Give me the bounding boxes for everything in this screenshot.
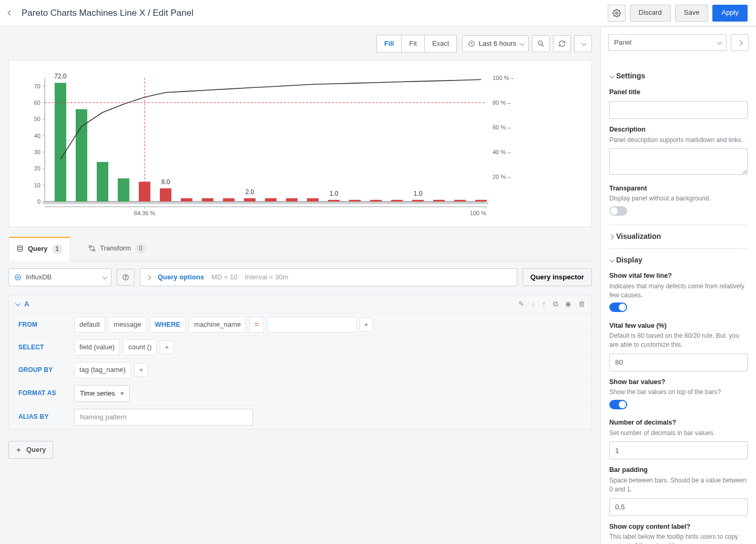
chevron-right-icon — [609, 231, 613, 242]
svg-text:84.36 %: 84.36 % — [134, 210, 156, 216]
query-editor: A ✎ ↓ ↑ ⧉ ◉ 🗑 FROM default message WHERE… — [8, 295, 592, 429]
svg-line-3 — [542, 45, 544, 47]
svg-rect-44 — [370, 200, 382, 202]
svg-point-0 — [616, 12, 618, 14]
query-inspector-button[interactable]: Query inspector — [523, 268, 592, 286]
svg-rect-29 — [55, 83, 66, 202]
svg-text:0: 0 — [37, 198, 40, 205]
datasource-help-button[interactable] — [117, 269, 135, 286]
apply-button[interactable]: Apply — [712, 5, 748, 22]
add-query-button[interactable]: ＋ Query — [8, 441, 53, 459]
back-icon[interactable] — [8, 8, 12, 17]
svg-text:10: 10 — [34, 182, 40, 188]
svg-text:60 %  –: 60 % – — [493, 124, 511, 130]
decimals-input[interactable] — [609, 441, 748, 459]
kw-from: FROM — [14, 317, 71, 333]
duplicate-icon[interactable]: ⧉ — [553, 299, 558, 309]
add-groupby-button[interactable]: ＋ — [134, 363, 148, 377]
svg-rect-64 — [93, 249, 95, 251]
gear-icon — [612, 9, 621, 17]
tab-transform[interactable]: Transform 0 — [81, 237, 153, 260]
chevron-right-icon[interactable] — [147, 273, 150, 282]
svg-rect-47 — [433, 200, 445, 202]
svg-text:1.0: 1.0 — [330, 190, 339, 197]
time-range-picker[interactable]: Last 6 hours — [462, 35, 529, 52]
chevron-down-icon — [609, 255, 613, 266]
transparent-toggle[interactable] — [609, 206, 627, 216]
bar-padding-input[interactable] — [609, 498, 748, 516]
save-button[interactable]: Save — [675, 5, 709, 22]
select-fn[interactable]: count () — [123, 339, 157, 355]
fill-mode[interactable]: Fill — [377, 35, 402, 52]
fit-mode[interactable]: Fit — [401, 35, 424, 52]
svg-rect-40 — [286, 198, 298, 202]
add-select-button[interactable]: ＋ — [160, 340, 173, 354]
svg-text:60: 60 — [34, 99, 40, 106]
svg-text:100 %  –: 100 % – — [493, 75, 514, 81]
kw-groupby: GROUP BY — [14, 362, 71, 378]
kw-format: FORMAT AS — [14, 386, 71, 401]
add-where-button[interactable]: ＋ — [360, 318, 373, 331]
refresh-button[interactable] — [553, 35, 571, 52]
svg-text:80 %  –: 80 % – — [493, 99, 511, 106]
settings-button[interactable] — [608, 5, 626, 22]
groupby-tag[interactable]: tag (tag_name) — [74, 362, 131, 378]
discard-button[interactable]: Discard — [630, 5, 671, 22]
chevron-down-icon — [581, 39, 585, 48]
edit-icon[interactable]: ✎ — [518, 299, 524, 309]
section-display[interactable]: Display — [609, 255, 748, 266]
svg-rect-34 — [160, 188, 171, 202]
query-count-badge: 1 — [52, 244, 63, 254]
move-up-icon[interactable]: ↑ — [543, 299, 546, 309]
section-visualization[interactable]: Visualization — [609, 231, 748, 242]
svg-rect-37 — [223, 198, 234, 202]
alias-input[interactable]: Naming pattern — [74, 409, 253, 426]
datasource-select[interactable]: InfluxDB — [8, 268, 111, 286]
svg-text:40 %  –: 40 % – — [493, 149, 511, 155]
kw-where: WHERE — [150, 317, 186, 333]
select-field[interactable]: field (value) — [74, 339, 120, 355]
plus-icon: ＋ — [15, 445, 22, 455]
svg-text:72.0: 72.0 — [54, 73, 67, 80]
svg-rect-31 — [97, 162, 108, 202]
where-tag[interactable]: machine_name — [189, 317, 246, 333]
svg-point-66 — [17, 276, 19, 278]
vital-value-input[interactable] — [609, 354, 748, 371]
format-select[interactable]: Time series ▾ — [74, 385, 130, 402]
svg-text:70: 70 — [34, 83, 40, 89]
tab-query[interactable]: Query 1 — [8, 237, 70, 261]
chevron-down-icon — [609, 71, 613, 82]
database-icon — [16, 245, 24, 253]
chevron-down-icon — [519, 39, 523, 48]
zoom-out-icon — [537, 40, 545, 47]
zoom-out-button[interactable] — [532, 35, 550, 52]
expand-panel-button[interactable] — [731, 34, 749, 51]
where-op[interactable]: = — [249, 317, 264, 333]
collapse-query-icon[interactable] — [15, 299, 19, 309]
fit-mode-segment: Fill Fit Exact — [376, 35, 457, 53]
move-down-icon[interactable]: ↓ — [532, 299, 535, 309]
svg-point-65 — [15, 275, 21, 280]
svg-rect-49 — [475, 200, 487, 202]
from-measurement[interactable]: message — [108, 317, 147, 333]
vital-line-toggle[interactable] — [609, 303, 627, 312]
bar-values-toggle[interactable] — [609, 400, 627, 409]
where-value[interactable]: . — [267, 317, 356, 333]
panel-dropdown[interactable]: Panel — [608, 34, 727, 51]
transform-count-badge: 0 — [135, 244, 146, 254]
refresh-interval-button[interactable] — [574, 35, 592, 52]
query-name[interactable]: A — [24, 299, 29, 309]
svg-text:1.0: 1.0 — [414, 190, 423, 197]
clock-icon — [468, 40, 475, 47]
panel-title-input[interactable] — [609, 101, 748, 119]
chevron-right-icon — [738, 38, 742, 47]
toggle-visibility-icon[interactable]: ◉ — [565, 299, 571, 309]
from-policy[interactable]: default — [74, 317, 105, 333]
svg-rect-38 — [244, 198, 256, 202]
description-input[interactable] — [609, 148, 748, 175]
section-settings[interactable]: Settings — [609, 71, 748, 82]
query-options-bar: Query options MD = 10 Interval = 30m — [140, 268, 517, 286]
exact-mode[interactable]: Exact — [424, 35, 457, 52]
delete-icon[interactable]: 🗑 — [578, 299, 585, 309]
query-options-link[interactable]: Query options — [158, 273, 204, 282]
